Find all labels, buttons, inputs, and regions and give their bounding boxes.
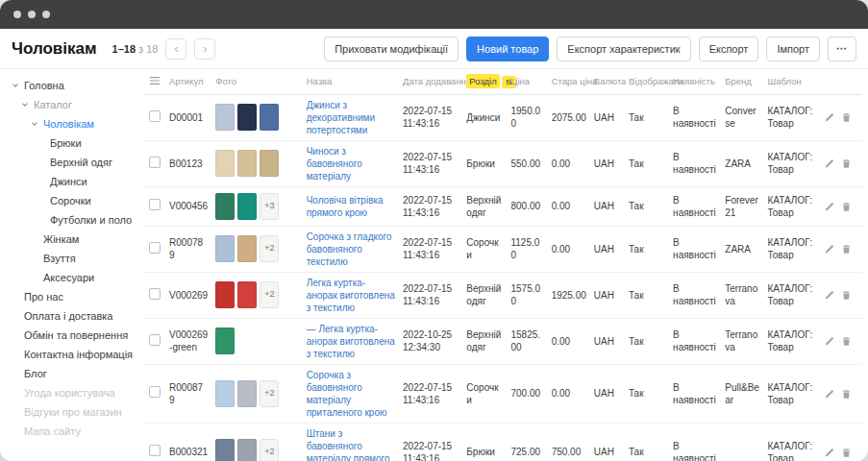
chevron-down-icon[interactable] — [12, 82, 24, 89]
sidebar-item[interactable]: Про нас — [0, 287, 144, 306]
product-thumbnail[interactable] — [215, 328, 235, 354]
more-actions-button[interactable]: ⋯ — [828, 36, 856, 61]
next-page-button[interactable]: › — [194, 38, 215, 60]
export-button[interactable]: Експорт — [699, 36, 759, 61]
pencil-icon[interactable] — [824, 244, 834, 255]
pencil-icon[interactable] — [824, 202, 834, 212]
row-checkbox[interactable] — [149, 445, 161, 456]
column-header-display[interactable]: Відображати — [625, 69, 669, 94]
trash-icon[interactable] — [841, 336, 852, 347]
export-characteristics-button[interactable]: Експорт характеристик — [557, 36, 690, 61]
product-thumbnail[interactable] — [237, 439, 257, 461]
row-checkbox[interactable] — [149, 199, 161, 210]
product-name-link[interactable]: Чоловіча вітрівка прямого крою — [307, 195, 384, 218]
sidebar-item[interactable]: Сорочки — [0, 191, 144, 210]
new-product-button[interactable]: Новий товар — [466, 36, 549, 61]
product-name-link[interactable]: Штани з бавовняного матеріалу прямого кр… — [307, 428, 390, 461]
column-header-availability[interactable]: Наявність — [669, 69, 721, 94]
list-icon[interactable] — [149, 76, 161, 85]
product-thumbnail[interactable] — [215, 380, 235, 407]
table-menu-header[interactable] — [144, 69, 165, 94]
sidebar-item[interactable]: Футболки и поло — [0, 210, 144, 230]
pencil-icon[interactable] — [824, 112, 834, 123]
product-thumbnail[interactable] — [260, 104, 279, 131]
pencil-icon[interactable] — [824, 290, 834, 301]
product-thumbnail[interactable] — [215, 150, 235, 177]
product-thumbnail[interactable] — [215, 439, 235, 461]
product-thumbnail[interactable] — [215, 281, 235, 308]
sidebar-item[interactable]: Оплата і доставка — [0, 306, 144, 326]
product-name-link[interactable]: Легка куртка-анорак виготовлена з тексти… — [307, 278, 395, 313]
column-header-name[interactable]: Назва — [303, 69, 399, 94]
product-thumbnail[interactable] — [260, 150, 279, 177]
sidebar-item[interactable]: Контактна інформація — [0, 345, 144, 364]
table-row[interactable]: R000789+2Сорочка з гладкого бавовняного … — [144, 226, 862, 272]
product-name-link[interactable]: Сорочка з бавовняного матеріалу притален… — [307, 370, 387, 418]
table-row[interactable]: D00001Джинси з декоративними потертостям… — [144, 94, 862, 140]
hide-modifications-button[interactable]: Приховати модифікації — [324, 36, 459, 61]
trash-icon[interactable] — [841, 448, 852, 458]
column-header-sku[interactable]: Артикул — [165, 69, 211, 94]
window-control-dot[interactable] — [28, 11, 36, 18]
product-thumbnail[interactable] — [237, 150, 257, 177]
sidebar-item[interactable]: Угода користувача — [0, 383, 144, 402]
pencil-icon[interactable] — [824, 158, 834, 169]
trash-icon[interactable] — [841, 112, 852, 123]
sidebar-item[interactable]: Жінкам — [0, 230, 144, 249]
sidebar-item[interactable]: Чоловікам — [0, 114, 144, 133]
product-thumbnail[interactable] — [237, 193, 257, 220]
sidebar-item[interactable]: Головна — [0, 76, 144, 95]
column-header-brand[interactable]: Бренд — [721, 69, 763, 94]
table-row[interactable]: V000269+2Легка куртка-анорак виготовлена… — [144, 272, 862, 318]
sidebar-item[interactable]: Брюки — [0, 133, 144, 153]
pencil-icon[interactable] — [824, 389, 834, 400]
product-thumbnail[interactable] — [237, 235, 257, 262]
sidebar-item[interactable]: Каталог — [0, 95, 144, 114]
pencil-icon[interactable] — [824, 336, 834, 347]
pencil-icon[interactable] — [824, 448, 834, 458]
window-control-dot[interactable] — [42, 11, 50, 18]
sidebar-item[interactable]: Відгуки про магазин — [0, 402, 144, 422]
product-thumbnail[interactable] — [237, 380, 257, 407]
trash-icon[interactable] — [841, 244, 852, 255]
column-header-photo[interactable]: Фото — [211, 69, 302, 94]
product-thumbnail[interactable] — [237, 104, 257, 131]
trash-icon[interactable] — [841, 202, 852, 212]
product-name-link[interactable]: — Легка куртка-анорак виготовлена з текс… — [307, 324, 395, 359]
product-name-link[interactable]: Джинси з декоративними потертостями — [307, 100, 375, 135]
prev-page-button[interactable]: ‹ — [165, 38, 186, 60]
import-button[interactable]: Імпорт — [766, 36, 820, 61]
chevron-down-icon[interactable] — [21, 101, 34, 109]
trash-icon[interactable] — [841, 290, 852, 301]
product-name-link[interactable]: Чиноси з бавовняного матеріалу — [307, 146, 362, 182]
column-header-date[interactable]: Дата додавання — [399, 69, 462, 94]
column-header-currency[interactable]: Валюта — [590, 69, 625, 94]
table-row[interactable]: V000456+3Чоловіча вітрівка прямого крою2… — [144, 186, 862, 226]
trash-icon[interactable] — [841, 389, 852, 400]
row-checkbox[interactable] — [149, 288, 161, 300]
column-header-old_price[interactable]: Стара ціна — [548, 69, 590, 94]
sidebar-item[interactable]: Блог — [0, 364, 144, 383]
product-thumbnail[interactable] — [237, 281, 257, 308]
row-checkbox[interactable] — [149, 110, 161, 122]
sidebar-item[interactable]: Обмін та повернення — [0, 326, 144, 345]
sidebar-item[interactable]: Аксесуари — [0, 268, 144, 287]
row-checkbox[interactable] — [149, 386, 161, 398]
product-thumbnail[interactable] — [215, 235, 235, 262]
trash-icon[interactable] — [841, 158, 852, 169]
chevron-down-icon[interactable] — [31, 120, 43, 128]
product-name-link[interactable]: Сорочка з гладкого бавовняного текстилю — [307, 231, 392, 267]
table-row[interactable]: V000269-green— Легка куртка-анорак вигот… — [144, 318, 862, 364]
table-row[interactable]: B000321+2Штани з бавовняного матеріалу п… — [144, 423, 862, 461]
window-control-dot[interactable] — [13, 11, 21, 18]
product-thumbnail[interactable] — [215, 193, 235, 220]
table-row[interactable]: R000879+2Сорочка з бавовняного матеріалу… — [144, 364, 862, 423]
row-checkbox[interactable] — [149, 334, 161, 346]
sidebar-item[interactable]: Мапа сайту — [0, 422, 144, 441]
column-header-template[interactable]: Шаблон — [763, 69, 819, 94]
column-header-price[interactable]: Ціна — [507, 69, 547, 94]
sidebar-item[interactable]: Взуття — [0, 249, 144, 268]
row-checkbox[interactable] — [149, 157, 161, 168]
sidebar-item[interactable]: Верхній одяг — [0, 153, 144, 172]
row-checkbox[interactable] — [149, 242, 161, 254]
